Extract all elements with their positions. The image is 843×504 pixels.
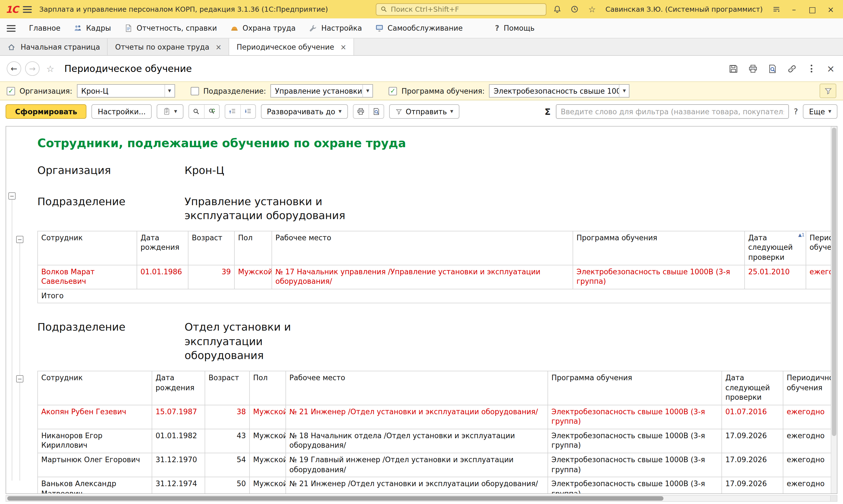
- horizontal-scroll-thumb[interactable]: [7, 496, 663, 501]
- col-periodicity[interactable]: Периодичность обучения: [783, 371, 831, 405]
- minimize-button[interactable]: –: [787, 5, 801, 14]
- generate-button[interactable]: Сформировать: [5, 104, 87, 119]
- col-next-check[interactable]: Дата следующей проверки: [722, 371, 783, 405]
- tab-home[interactable]: Начальная страница: [0, 38, 108, 55]
- cell-program[interactable]: Электробезопасность свыше 1000В (3-я гру…: [548, 429, 722, 453]
- print-preview-icon[interactable]: [368, 105, 383, 118]
- cell-age[interactable]: 43: [205, 429, 250, 453]
- report-row[interactable]: Никаноров Егор Кириллович01.01.198243Муж…: [38, 429, 831, 453]
- menu-item-personnel[interactable]: Кадры: [74, 24, 111, 32]
- print-icon[interactable]: [353, 105, 368, 118]
- autosum-button[interactable]: Σ: [545, 106, 551, 117]
- menu-item-reports[interactable]: Отчетность, справки: [124, 24, 217, 32]
- organization-checkbox[interactable]: ✓: [7, 87, 15, 95]
- cell-period[interactable]: ежегодно: [783, 453, 831, 477]
- vertical-scrollbar[interactable]: [831, 127, 837, 493]
- filter-settings-button[interactable]: [820, 84, 836, 98]
- send-button[interactable]: Отправить ▼: [389, 104, 460, 119]
- tab-safety-reports[interactable]: Отчеты по охране труда ×: [108, 38, 229, 55]
- col-program[interactable]: Программа обучения: [573, 231, 745, 265]
- find-next-icon[interactable]: [204, 105, 219, 118]
- col-periodicity[interactable]: Периодичность обучения: [806, 231, 831, 265]
- tab-periodic-training[interactable]: Периодическое обучение ×: [229, 38, 354, 55]
- col-age[interactable]: Возраст: [205, 371, 250, 405]
- col-gender[interactable]: Пол: [234, 231, 272, 265]
- close-window-button[interactable]: ×: [824, 5, 838, 14]
- close-icon[interactable]: ×: [340, 43, 346, 51]
- close-icon[interactable]: ×: [215, 43, 222, 51]
- cell-next_check[interactable]: 25.01.2010: [745, 265, 806, 289]
- close-page-icon[interactable]: ×: [825, 63, 836, 74]
- cell-age[interactable]: 39: [188, 265, 234, 289]
- cell-gender[interactable]: Мужской: [250, 405, 286, 429]
- cell-birth[interactable]: 01.01.1982: [152, 429, 205, 453]
- report-row[interactable]: Ваньков Александр Матвеевич31.12.197450М…: [38, 477, 831, 493]
- collapse-group-button[interactable]: −: [16, 375, 23, 382]
- cell-name[interactable]: Волков Марат Савельевич: [38, 265, 137, 289]
- report-viewport[interactable]: Сотрудники, подлежащие обучению по охран…: [31, 127, 831, 493]
- cell-birth[interactable]: 31.12.1974: [152, 477, 205, 493]
- col-age[interactable]: Возраст: [188, 231, 234, 265]
- report-row[interactable]: Волков Марат Савельевич01.01.198639Мужск…: [38, 265, 831, 289]
- collapse-groups-icon[interactable]: [225, 105, 240, 118]
- print-icon[interactable]: [747, 63, 758, 74]
- cell-age[interactable]: 50: [205, 477, 250, 493]
- main-menu-icon[interactable]: [23, 6, 32, 13]
- notifications-bell-icon[interactable]: [551, 3, 564, 15]
- cell-workplace[interactable]: № 21 Инженер /Отдел установки и эксплуат…: [286, 477, 548, 493]
- back-button[interactable]: ←: [7, 61, 21, 76]
- total-row-label[interactable]: Итого: [38, 289, 831, 303]
- find-icon[interactable]: [189, 105, 204, 118]
- program-combobox[interactable]: Электробезопасность свыше 1000В (3-я гру…: [489, 84, 630, 97]
- cell-period[interactable]: ежегодно: [783, 429, 831, 453]
- report-row[interactable]: Мартынюк Олег Егорович31.12.197054Мужско…: [38, 453, 831, 477]
- cell-program[interactable]: Электробезопасность свыше 1000В (3-я гру…: [573, 265, 745, 289]
- cell-next_check[interactable]: 01.07.2016: [722, 405, 783, 429]
- cell-period[interactable]: ежегодно: [783, 405, 831, 429]
- col-employee[interactable]: Сотрудник: [38, 371, 152, 405]
- department-combobox[interactable]: Управление установки и эксплуатации обор…: [270, 84, 373, 97]
- global-search-input[interactable]: [391, 5, 542, 13]
- add-favorite-star-icon[interactable]: ☆: [46, 63, 54, 74]
- col-program[interactable]: Программа обучения: [548, 371, 722, 405]
- cell-next_check[interactable]: 17.09.2026: [722, 477, 783, 493]
- cell-age[interactable]: 54: [205, 453, 250, 477]
- quick-filter-input[interactable]: [556, 104, 789, 119]
- menu-item-self-service[interactable]: Самообслуживание: [375, 24, 463, 32]
- report-row[interactable]: Акопян Рубен Гезевич15.07.198738Мужской№…: [38, 405, 831, 429]
- preview-icon[interactable]: [767, 63, 778, 74]
- chevron-down-icon[interactable]: ▼: [164, 85, 174, 97]
- cell-program[interactable]: Электробезопасность свыше 1000В (3-я гру…: [548, 405, 722, 429]
- col-birthdate[interactable]: Дата рождения: [137, 231, 188, 265]
- settings-button[interactable]: Настройки...: [92, 104, 152, 119]
- menu-item-settings[interactable]: Настройка: [309, 24, 362, 32]
- organization-combobox[interactable]: Крон-Ц ▼: [77, 84, 175, 97]
- cell-name[interactable]: Ваньков Александр Матвеевич: [38, 477, 152, 493]
- chevron-down-icon[interactable]: ▼: [619, 85, 629, 97]
- chevron-down-icon[interactable]: ▼: [362, 85, 373, 97]
- more-button[interactable]: Еще ▼: [803, 104, 838, 119]
- global-search[interactable]: [376, 3, 546, 15]
- cell-program[interactable]: Электробезопасность свыше 1000В (3-я гру…: [548, 477, 722, 493]
- sections-panel-icon[interactable]: [7, 25, 16, 32]
- vertical-scroll-thumb[interactable]: [832, 128, 836, 436]
- report-variants-button[interactable]: ▼: [157, 104, 183, 119]
- collapse-group-button[interactable]: −: [8, 192, 16, 200]
- menu-item-labor-safety[interactable]: Охрана труда: [230, 24, 295, 32]
- menu-item-help[interactable]: ? Помощь: [495, 24, 535, 32]
- cell-workplace[interactable]: № 17 Начальник управления /Управление ус…: [272, 265, 573, 289]
- current-user[interactable]: Савинская З.Ю. (Системный программист): [606, 5, 763, 13]
- menu-item-main[interactable]: Главное: [29, 24, 60, 32]
- cell-period[interactable]: ежегодно: [783, 477, 831, 493]
- cell-gender[interactable]: Мужской: [250, 477, 286, 493]
- history-icon[interactable]: [569, 3, 581, 15]
- col-workplace[interactable]: Рабочее место: [286, 371, 548, 405]
- cell-name[interactable]: Никаноров Егор Кириллович: [38, 429, 152, 453]
- link-icon[interactable]: [786, 63, 797, 74]
- cell-period[interactable]: ежегодно: [806, 265, 831, 289]
- cell-age[interactable]: 38: [205, 405, 250, 429]
- cell-name[interactable]: Акопян Рубен Гезевич: [38, 405, 152, 429]
- col-birthdate[interactable]: Дата рождения: [152, 371, 205, 405]
- cell-birth[interactable]: 01.01.1986: [137, 265, 188, 289]
- maximize-button[interactable]: □: [806, 5, 819, 14]
